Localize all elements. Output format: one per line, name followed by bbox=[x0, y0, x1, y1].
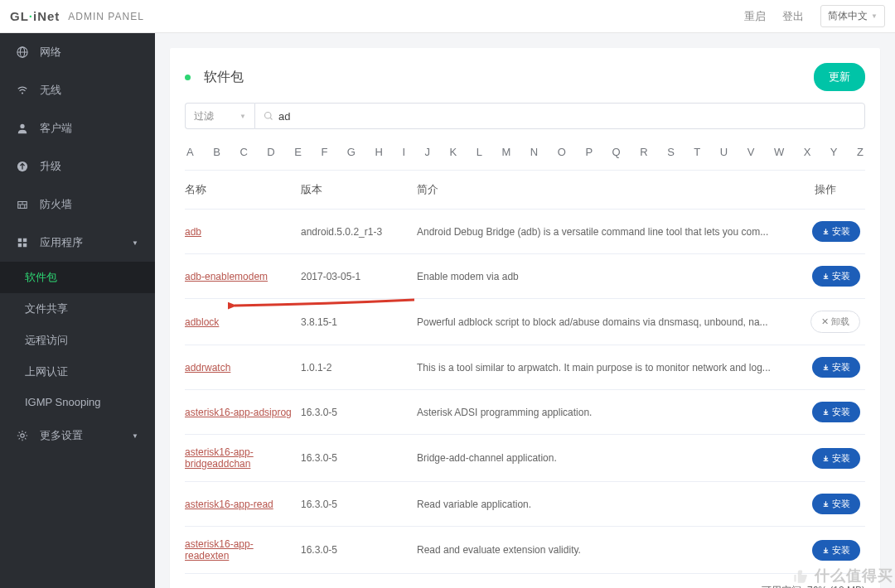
cell-name: asterisk16-app-read bbox=[185, 482, 301, 527]
language-select[interactable]: 简体中文 ▼ bbox=[820, 5, 885, 27]
package-link[interactable]: asterisk16-app-adsiprog bbox=[185, 407, 292, 418]
gear-icon bbox=[17, 430, 28, 441]
alpha-d[interactable]: D bbox=[265, 146, 276, 158]
logout-link[interactable]: 登出 bbox=[782, 9, 804, 24]
cell-desc: This is a tool similar to arpwatch. It m… bbox=[417, 345, 791, 390]
col-desc: 简介 bbox=[417, 171, 791, 210]
alpha-c[interactable]: C bbox=[238, 146, 249, 158]
filter-select[interactable]: 过滤 ▼ bbox=[185, 103, 254, 129]
alpha-i[interactable]: I bbox=[400, 146, 407, 158]
col-op: 操作 bbox=[791, 171, 865, 210]
sidebar: 网络 无线 客户端 升级 防火墙 应用程序 ▼ 软件包 文件共享 远程访问 上网… bbox=[0, 33, 155, 588]
sidebar-sub-remote[interactable]: 远程访问 bbox=[0, 325, 155, 356]
install-button[interactable]: 安装 bbox=[812, 221, 860, 242]
package-link[interactable]: adb-enablemodem bbox=[185, 271, 268, 282]
alpha-f[interactable]: F bbox=[319, 146, 329, 158]
cell-name: asterisk16-app-bridgeaddchan bbox=[185, 435, 301, 482]
svg-point-16 bbox=[265, 113, 272, 119]
cell-version: 16.3.0-5 bbox=[301, 435, 417, 482]
cell-desc: Android Debug Bridge (adb) is a versatil… bbox=[417, 210, 791, 254]
alpha-m[interactable]: M bbox=[500, 146, 512, 158]
cell-version: 1.0.1-2 bbox=[301, 345, 417, 390]
alpha-o[interactable]: O bbox=[556, 146, 568, 158]
sidebar-item-more[interactable]: 更多设置 ▼ bbox=[0, 417, 155, 455]
alpha-u[interactable]: U bbox=[718, 146, 729, 158]
install-button[interactable]: 安装 bbox=[812, 448, 860, 469]
close-icon: ✕ bbox=[821, 316, 829, 327]
alpha-g[interactable]: G bbox=[346, 146, 357, 158]
alpha-w[interactable]: W bbox=[772, 146, 786, 158]
update-button[interactable]: 更新 bbox=[814, 63, 865, 91]
alpha-l[interactable]: L bbox=[475, 146, 484, 158]
table-row: adblock 3.8.15-1 Powerful adblock script… bbox=[185, 299, 865, 345]
alpha-h[interactable]: H bbox=[373, 146, 384, 158]
sidebar-item-applications[interactable]: 应用程序 ▼ bbox=[0, 224, 155, 262]
alpha-k[interactable]: K bbox=[448, 146, 459, 158]
package-link[interactable]: addrwatch bbox=[185, 362, 230, 374]
cell-name: adblock bbox=[185, 299, 301, 345]
search-input[interactable] bbox=[278, 110, 856, 123]
cell-desc: Read variable application. bbox=[417, 482, 791, 527]
uninstall-button[interactable]: ✕卸载 bbox=[810, 311, 860, 333]
search-box[interactable] bbox=[254, 103, 865, 129]
install-button[interactable]: 安装 bbox=[812, 494, 860, 514]
sidebar-sub-igmp[interactable]: IGMP Snooping bbox=[0, 388, 155, 417]
sidebar-item-network[interactable]: 网络 bbox=[0, 33, 155, 71]
free-space: 可用空间: 76% (12 MB) bbox=[185, 584, 865, 588]
alpha-j[interactable]: J bbox=[423, 146, 433, 158]
svg-line-17 bbox=[270, 118, 272, 119]
install-button[interactable]: 安装 bbox=[812, 402, 860, 422]
packages-table: 名称 版本 简介 操作 adb android.5.0.2_r1-3 Andro… bbox=[185, 171, 865, 574]
sidebar-item-wireless[interactable]: 无线 bbox=[0, 71, 155, 109]
alpha-r[interactable]: R bbox=[638, 146, 649, 158]
table-row: adb android.5.0.2_r1-3 Android Debug Bri… bbox=[185, 210, 865, 254]
package-link[interactable]: adb bbox=[185, 226, 201, 238]
sidebar-item-firewall[interactable]: 防火墙 bbox=[0, 186, 155, 224]
alpha-b[interactable]: B bbox=[211, 146, 222, 158]
main: 软件包 更新 过滤 ▼ ABCDEFGHIJKLMNOPQRSTUVWXYZ 名… bbox=[155, 33, 895, 588]
package-link[interactable]: asterisk16-app-read bbox=[185, 499, 273, 510]
cell-desc: Bridge-add-channel application. bbox=[417, 435, 791, 482]
alpha-z[interactable]: Z bbox=[855, 146, 865, 158]
table-row: asterisk16-app-bridgeaddchan 16.3.0-5 Br… bbox=[185, 435, 865, 482]
sidebar-item-upgrade[interactable]: 升级 bbox=[0, 147, 155, 186]
alpha-v[interactable]: V bbox=[746, 146, 757, 158]
sidebar-sub-packages[interactable]: 软件包 bbox=[0, 262, 155, 293]
cell-op: 安装 bbox=[791, 210, 865, 254]
alpha-p[interactable]: P bbox=[583, 146, 594, 158]
reboot-link[interactable]: 重启 bbox=[744, 9, 766, 24]
package-link[interactable]: asterisk16-app-readexten bbox=[185, 538, 254, 561]
alpha-q[interactable]: Q bbox=[611, 146, 622, 158]
svg-point-3 bbox=[22, 92, 23, 94]
cell-desc: Asterisk ADSI programming application. bbox=[417, 390, 791, 435]
logo: GL·iNet ADMIN PANEL bbox=[10, 9, 144, 23]
alpha-n[interactable]: N bbox=[529, 146, 539, 158]
alpha-e[interactable]: E bbox=[293, 146, 303, 158]
package-link[interactable]: adblock bbox=[185, 316, 219, 328]
cell-desc: Powerful adblock script to block ad/abus… bbox=[417, 299, 791, 345]
cell-op: ✕卸载 bbox=[791, 299, 865, 345]
sidebar-sub-auth[interactable]: 上网认证 bbox=[0, 356, 155, 388]
sidebar-sub-fileshare[interactable]: 文件共享 bbox=[0, 293, 155, 325]
alphabet-filter: ABCDEFGHIJKLMNOPQRSTUVWXYZ bbox=[185, 137, 865, 171]
package-link[interactable]: asterisk16-app-bridgeaddchan bbox=[185, 446, 254, 470]
sidebar-item-clients[interactable]: 客户端 bbox=[0, 109, 155, 147]
alpha-a[interactable]: A bbox=[185, 146, 196, 158]
search-icon bbox=[264, 111, 273, 121]
cell-version: 3.8.15-1 bbox=[301, 299, 417, 345]
install-button[interactable]: 安装 bbox=[812, 266, 860, 287]
install-button[interactable]: 安装 bbox=[812, 540, 860, 561]
alpha-t[interactable]: T bbox=[692, 146, 702, 158]
svg-rect-13 bbox=[18, 243, 22, 247]
svg-point-4 bbox=[20, 124, 24, 128]
table-row: asterisk16-app-adsiprog 16.3.0-5 Asteris… bbox=[185, 390, 865, 435]
alpha-y[interactable]: Y bbox=[829, 146, 839, 158]
cell-op: 安装 bbox=[791, 435, 865, 482]
chevron-down-icon: ▼ bbox=[239, 113, 246, 120]
cell-version: 16.3.0-5 bbox=[301, 527, 417, 574]
chevron-down-icon: ▼ bbox=[132, 239, 138, 247]
install-button[interactable]: 安装 bbox=[812, 357, 860, 378]
alpha-s[interactable]: S bbox=[665, 146, 676, 158]
alpha-x[interactable]: X bbox=[802, 146, 813, 158]
packages-card: 软件包 更新 过滤 ▼ ABCDEFGHIJKLMNOPQRSTUVWXYZ 名… bbox=[170, 48, 880, 588]
